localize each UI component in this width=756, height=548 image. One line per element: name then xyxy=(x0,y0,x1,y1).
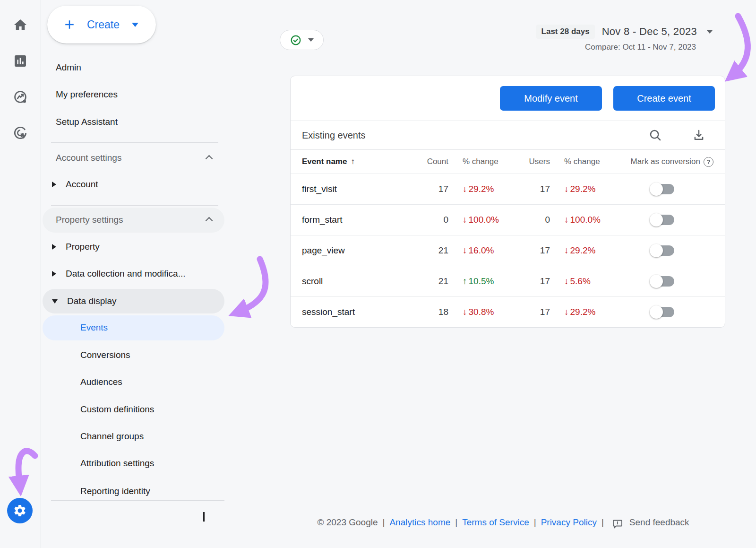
sidebar-item-admin[interactable]: Admin xyxy=(41,55,227,80)
create-button[interactable]: Create xyxy=(47,6,156,43)
sidebar-item-channel-groups[interactable]: Channel groups xyxy=(41,424,227,449)
table-row: first_visit 17 29.2% 17 29.2% xyxy=(291,174,725,204)
help-icon[interactable]: ? xyxy=(704,157,713,167)
sidebar-item-data-display[interactable]: Data display xyxy=(41,289,227,313)
conversion-toggle[interactable] xyxy=(650,213,675,226)
count-change: 16.0% xyxy=(463,245,494,255)
admin-sidebar: Create Admin My preferences Setup Assist… xyxy=(41,0,227,548)
chevron-up-icon xyxy=(206,155,213,163)
sort-asc-icon xyxy=(347,157,355,166)
sidebar-item-my-preferences[interactable]: My preferences xyxy=(41,82,227,107)
users-change: 29.2% xyxy=(564,307,595,317)
sidebar-divider xyxy=(51,500,224,501)
explore-icon[interactable] xyxy=(12,89,28,105)
table-row: form_start 0 100.0% 0 100.0% xyxy=(291,204,725,235)
section-account-settings[interactable]: Account settings xyxy=(41,146,227,170)
download-icon[interactable] xyxy=(692,128,706,142)
existing-events-bar: Existing events xyxy=(291,121,725,150)
event-users: 17 xyxy=(510,276,550,287)
feedback-icon xyxy=(611,518,624,530)
compare-range-text: Compare: Oct 11 - Nov 7, 2023 xyxy=(585,43,696,52)
event-users: 17 xyxy=(510,307,550,317)
section-property-settings[interactable]: Property settings xyxy=(41,208,227,232)
event-name: form_start xyxy=(302,215,420,225)
date-range-picker[interactable]: Last 28 days Nov 8 - Dec 5, 2023 xyxy=(536,25,713,39)
column-users-change[interactable]: % change xyxy=(550,157,611,166)
privacy-policy-link[interactable]: Privacy Policy xyxy=(541,517,597,528)
chevron-down-icon xyxy=(707,30,713,34)
event-count: 21 xyxy=(420,276,448,287)
terms-of-service-link[interactable]: Terms of Service xyxy=(462,517,529,528)
conversion-toggle[interactable] xyxy=(650,183,675,196)
users-change: 29.2% xyxy=(564,184,595,194)
create-button-label: Create xyxy=(87,18,120,31)
event-name: page_view xyxy=(302,245,420,256)
column-count[interactable]: Count xyxy=(420,157,448,166)
column-count-change[interactable]: % change xyxy=(448,157,510,166)
sidebar-item-property[interactable]: Property xyxy=(41,235,227,259)
plus-icon xyxy=(62,17,77,32)
modify-event-button[interactable]: Modify event xyxy=(500,86,602,111)
event-name: session_start xyxy=(302,307,420,317)
table-row: page_view 21 16.0% 17 29.2% xyxy=(291,235,725,266)
chevron-down-icon xyxy=(52,299,58,304)
table-row: session_start 18 30.8% 17 29.2% xyxy=(291,296,725,327)
users-change: 5.6% xyxy=(564,276,591,286)
card-action-row: Modify event Create event xyxy=(291,76,725,121)
event-users: 17 xyxy=(510,184,550,194)
send-feedback-link[interactable]: Send feedback xyxy=(629,517,689,528)
event-name: scroll xyxy=(302,276,420,287)
column-event-name[interactable]: Event name xyxy=(302,157,420,166)
count-change: 29.2% xyxy=(463,184,494,194)
event-count: 21 xyxy=(420,245,448,256)
sidebar-item-events[interactable]: Events xyxy=(41,315,227,340)
event-count: 0 xyxy=(420,215,448,225)
chevron-down-icon xyxy=(308,38,314,42)
sidebar-item-attribution-settings[interactable]: Attribution settings xyxy=(41,451,227,476)
data-status-dropdown[interactable] xyxy=(280,30,324,50)
existing-events-title: Existing events xyxy=(291,130,366,141)
column-mark-as-conversion: Mark as conversion ? xyxy=(611,157,713,167)
date-preset-chip: Last 28 days xyxy=(536,25,595,39)
reports-icon[interactable] xyxy=(12,53,28,69)
sidebar-item-conversions[interactable]: Conversions xyxy=(41,343,227,367)
chevron-right-icon xyxy=(52,182,56,187)
chevron-right-icon xyxy=(52,271,56,277)
sidebar-item-account[interactable]: Account xyxy=(41,172,227,197)
sidebar-item-audiences[interactable]: Audiences xyxy=(41,370,227,394)
events-card: Modify event Create event Existing event… xyxy=(290,76,725,328)
page-footer: © 2023 Google | Analytics home | Terms o… xyxy=(227,517,756,528)
copyright-text: © 2023 Google xyxy=(317,517,378,528)
sidebar-divider xyxy=(51,205,218,206)
conversion-toggle[interactable] xyxy=(650,275,675,288)
collapse-sidebar-button[interactable] xyxy=(200,513,212,526)
conversion-toggle[interactable] xyxy=(650,244,675,257)
users-change: 100.0% xyxy=(564,215,601,225)
count-change: 100.0% xyxy=(463,215,499,225)
advertising-icon[interactable] xyxy=(12,125,28,141)
event-name: first_visit xyxy=(302,184,420,194)
users-change: 29.2% xyxy=(564,245,595,255)
table-header-row: Event name Count % change Users % change… xyxy=(291,150,725,174)
count-change: 30.8% xyxy=(463,307,494,317)
conversion-toggle[interactable] xyxy=(650,305,675,319)
home-icon[interactable] xyxy=(12,17,28,33)
event-count: 17 xyxy=(420,184,448,194)
search-icon[interactable] xyxy=(648,128,662,142)
analytics-home-link[interactable]: Analytics home xyxy=(389,517,450,528)
date-range-text: Nov 8 - Dec 5, 2023 xyxy=(602,26,697,38)
chevron-right-icon xyxy=(52,244,56,250)
sidebar-item-custom-definitions[interactable]: Custom definitions xyxy=(41,397,227,422)
create-event-button[interactable]: Create event xyxy=(613,86,715,111)
sidebar-item-setup-assistant[interactable]: Setup Assistant xyxy=(41,110,227,134)
column-users[interactable]: Users xyxy=(510,157,550,166)
admin-gear-button[interactable] xyxy=(7,498,33,523)
check-circle-icon xyxy=(290,34,302,46)
event-count: 18 xyxy=(420,307,448,317)
main-content: Last 28 days Nov 8 - Dec 5, 2023 Compare… xyxy=(227,0,756,548)
table-row: scroll 21 10.5% 17 5.6% xyxy=(291,266,725,296)
chevron-down-icon xyxy=(132,23,138,27)
event-users: 17 xyxy=(510,245,550,256)
app-rail xyxy=(0,0,41,548)
sidebar-item-data-collection[interactable]: Data collection and modifica... xyxy=(41,261,227,286)
